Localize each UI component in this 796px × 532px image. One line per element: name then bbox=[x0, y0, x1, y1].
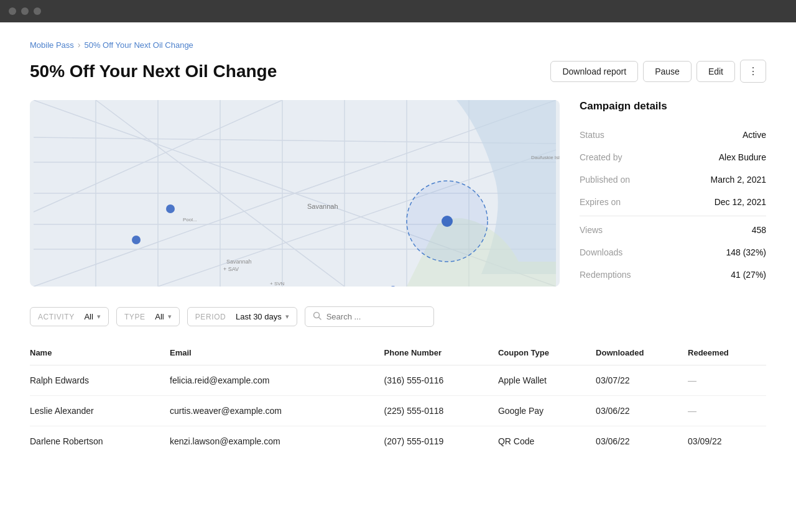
expires-on-label: Expires on bbox=[580, 197, 621, 207]
col-name: Name bbox=[30, 342, 170, 365]
redemptions-row: Redemptions 41 (27%) bbox=[580, 264, 766, 286]
map-container: + SAV Savannah Savannah Daufuskie Island… bbox=[30, 100, 560, 287]
breadcrumb-separator: › bbox=[78, 40, 81, 50]
cell-redeemed: — bbox=[688, 396, 766, 426]
created-by-label: Created by bbox=[580, 152, 622, 162]
svg-line-31 bbox=[318, 318, 321, 320]
search-container bbox=[305, 306, 434, 327]
svg-text:+ SAV: + SAV bbox=[223, 266, 239, 272]
views-row: Views 458 bbox=[580, 219, 766, 241]
breadcrumb-parent[interactable]: Mobile Pass bbox=[30, 40, 74, 50]
cell-phone: (225) 555-0118 bbox=[384, 396, 498, 426]
download-report-button[interactable]: Download report bbox=[550, 61, 638, 82]
cell-redeemed: 03/09/22 bbox=[688, 426, 766, 457]
more-options-icon: ⋮ bbox=[748, 65, 758, 77]
svg-text:Savannah: Savannah bbox=[307, 203, 338, 210]
em-dash: — bbox=[688, 375, 696, 385]
status-value: Active bbox=[743, 130, 766, 140]
period-filter-arrow: ▾ bbox=[285, 313, 289, 321]
expires-on-value: Dec 12, 2021 bbox=[715, 197, 766, 207]
created-by-row: Created by Alex Budure bbox=[580, 146, 766, 168]
more-options-button[interactable]: ⋮ bbox=[740, 60, 766, 83]
page-title: 50% Off Your Next Oil Change bbox=[30, 62, 277, 81]
svg-text:+ SVN: + SVN bbox=[270, 281, 285, 287]
type-filter[interactable]: TYPE All ▾ bbox=[116, 307, 180, 326]
cell-downloaded: 03/06/22 bbox=[596, 426, 688, 457]
table-row: Ralph Edwardsfelicia.reid@example.com(31… bbox=[30, 365, 766, 396]
cell-email: felicia.reid@example.com bbox=[170, 365, 384, 396]
cell-downloaded: 03/07/22 bbox=[596, 365, 688, 396]
cell-name: Darlene Robertson bbox=[30, 426, 170, 457]
svg-point-27 bbox=[442, 216, 453, 227]
redemptions-label: Redemptions bbox=[580, 270, 631, 280]
titlebar-dot-3 bbox=[34, 7, 41, 15]
em-dash: — bbox=[688, 406, 696, 416]
map-svg: + SAV Savannah Savannah Daufuskie Island… bbox=[30, 100, 560, 287]
breadcrumb-current[interactable]: 50% Off Your Next Oil Change bbox=[84, 40, 193, 50]
cell-phone: (207) 555-0119 bbox=[384, 426, 498, 457]
cell-email: curtis.weaver@example.com bbox=[170, 396, 384, 426]
table-row: Darlene Robertsonkenzi.lawson@example.co… bbox=[30, 426, 766, 457]
status-row: Status Active bbox=[580, 124, 766, 146]
activity-filter-label: ACTIVITY bbox=[38, 313, 75, 321]
published-on-label: Published on bbox=[580, 175, 630, 185]
svg-text:Savannah: Savannah bbox=[226, 259, 252, 265]
table-body: Ralph Edwardsfelicia.reid@example.com(31… bbox=[30, 365, 766, 457]
cell-coupon_type: Google Pay bbox=[498, 396, 596, 426]
col-downloaded: Downloaded bbox=[596, 342, 688, 365]
stats-divider bbox=[580, 216, 766, 216]
downloads-row: Downloads 148 (32%) bbox=[580, 241, 766, 264]
type-filter-arrow: ▾ bbox=[168, 313, 172, 321]
cell-email: kenzi.lawson@example.com bbox=[170, 426, 384, 457]
col-coupon: Coupon Type bbox=[498, 342, 596, 365]
svg-text:Daufuskie Island: Daufuskie Island bbox=[531, 155, 560, 160]
col-redeemed: Redeemed bbox=[688, 342, 766, 365]
cell-name: Leslie Alexander bbox=[30, 396, 170, 426]
period-filter[interactable]: PERIOD Last 30 days ▾ bbox=[187, 307, 297, 326]
pause-button[interactable]: Pause bbox=[643, 61, 692, 82]
titlebar-dot-2 bbox=[21, 7, 29, 15]
type-filter-value: All bbox=[155, 312, 164, 321]
published-on-row: Published on March 2, 2021 bbox=[580, 168, 766, 191]
period-filter-label: PERIOD bbox=[195, 313, 226, 321]
published-on-value: March 2, 2021 bbox=[711, 175, 767, 185]
header-actions: Download report Pause Edit ⋮ bbox=[550, 60, 766, 83]
data-table: Name Email Phone Number Coupon Type Down… bbox=[30, 342, 766, 456]
period-filter-value: Last 30 days bbox=[236, 312, 282, 321]
titlebar bbox=[0, 0, 796, 22]
main-content: Mobile Pass › 50% Off Your Next Oil Chan… bbox=[0, 22, 796, 476]
views-value: 458 bbox=[752, 225, 766, 235]
cell-redeemed: — bbox=[688, 365, 766, 396]
created-by-value: Alex Budure bbox=[719, 152, 766, 162]
svg-text:Pool...: Pool... bbox=[183, 217, 197, 222]
svg-point-26 bbox=[132, 236, 141, 244]
breadcrumb: Mobile Pass › 50% Off Your Next Oil Chan… bbox=[30, 40, 766, 50]
table-head: Name Email Phone Number Coupon Type Down… bbox=[30, 342, 766, 365]
downloads-label: Downloads bbox=[580, 247, 622, 257]
cell-phone: (316) 555-0116 bbox=[384, 365, 498, 396]
expires-on-row: Expires on Dec 12, 2021 bbox=[580, 191, 766, 213]
downloads-value: 148 (32%) bbox=[726, 247, 766, 257]
search-input[interactable] bbox=[326, 312, 426, 321]
table-header-row: Name Email Phone Number Coupon Type Down… bbox=[30, 342, 766, 365]
activity-filter-arrow: ▾ bbox=[97, 313, 101, 321]
status-label: Status bbox=[580, 130, 604, 140]
activity-filter[interactable]: ACTIVITY All ▾ bbox=[30, 307, 109, 326]
redemptions-value: 41 (27%) bbox=[731, 270, 766, 280]
col-email: Email bbox=[170, 342, 384, 365]
col-phone: Phone Number bbox=[384, 342, 498, 365]
filters-row: ACTIVITY All ▾ TYPE All ▾ PERIOD Last 30… bbox=[30, 306, 766, 327]
activity-filter-value: All bbox=[84, 312, 93, 321]
cell-coupon_type: QR Code bbox=[498, 426, 596, 457]
content-row: + SAV Savannah Savannah Daufuskie Island… bbox=[30, 100, 766, 287]
cell-coupon_type: Apple Wallet bbox=[498, 365, 596, 396]
campaign-details: Campaign details Status Active Created b… bbox=[580, 100, 766, 287]
campaign-details-heading: Campaign details bbox=[580, 100, 766, 112]
search-icon bbox=[313, 311, 322, 322]
titlebar-dot-1 bbox=[9, 7, 16, 15]
cell-downloaded: 03/06/22 bbox=[596, 396, 688, 426]
views-label: Views bbox=[580, 225, 603, 235]
edit-button[interactable]: Edit bbox=[696, 61, 735, 82]
page-header: 50% Off Your Next Oil Change Download re… bbox=[30, 60, 766, 83]
table-row: Leslie Alexandercurtis.weaver@example.co… bbox=[30, 396, 766, 426]
